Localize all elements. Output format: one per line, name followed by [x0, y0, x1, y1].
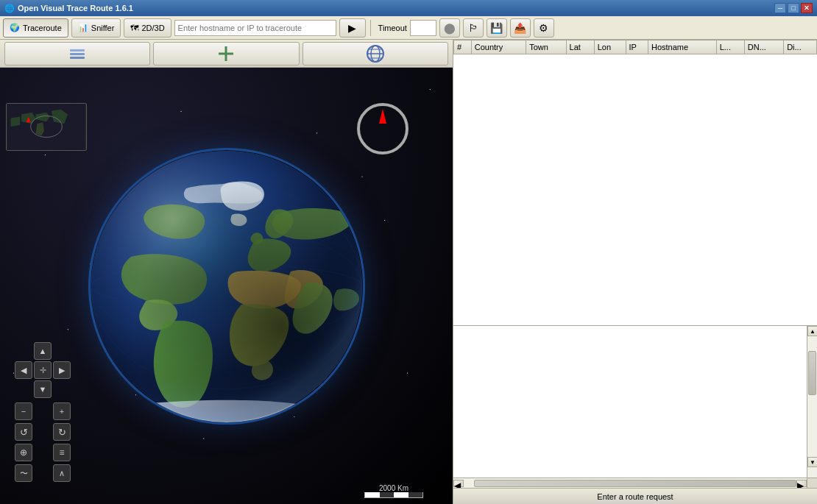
app-icon: 🌐 — [4, 3, 15, 13]
mini-map-inner — [7, 104, 86, 150]
2d3d-button[interactable]: 🗺 2D/3D — [124, 18, 171, 38]
restore-button[interactable]: □ — [788, 3, 799, 13]
h-scrollbar-thumb[interactable] — [474, 480, 796, 487]
minimize-button[interactable]: ─ — [774, 3, 786, 13]
col-header-8: DN... — [744, 40, 783, 54]
mini-map — [6, 103, 87, 151]
pan-center-button[interactable]: ✛ — [34, 361, 52, 379]
scroll-right-button[interactable]: ▶ — [796, 480, 807, 487]
globe-panel: ▲ ◀ ✛ ▶ ▼ − — [0, 40, 453, 504]
2d3d-icon: 🗺 — [130, 24, 138, 32]
compass — [357, 103, 408, 155]
stop-button[interactable]: ⬤ — [439, 18, 460, 38]
main-container: 🌍 Traceroute 📊 Sniffer 🗺 2D/3D ▶ Timeout… — [0, 16, 817, 504]
col-header-6: Hostname — [648, 40, 716, 54]
sniffer-button[interactable]: 📊 Sniffer — [71, 18, 121, 38]
timeout-input[interactable]: 0 — [410, 20, 436, 36]
scroll-left-button[interactable]: ◀ — [453, 480, 464, 487]
col-header-1: Country — [471, 40, 526, 54]
scale-bar: 2000 Km — [364, 484, 423, 498]
globe-area[interactable]: ▲ ◀ ✛ ▶ ▼ − — [0, 68, 453, 504]
col-header-3: Lat — [566, 40, 594, 54]
svg-point-20 — [91, 151, 362, 422]
scrollbar-corner — [807, 478, 817, 488]
nav-row-view1: ⊕ ≡ — [15, 444, 71, 461]
svg-rect-0 — [70, 57, 85, 59]
title-bar: 🌐 Open Visual Trace Route 1.6.1 ─ □ ✕ — [0, 0, 817, 16]
sniffer-icon: 📊 — [78, 23, 88, 32]
sniffer-label: Sniffer — [91, 24, 115, 32]
right-panel: #CountryTownLatLonIPHostnameL...DN...Di.… — [453, 40, 817, 504]
col-header-5: IP — [626, 40, 648, 54]
layers-icon — [67, 43, 88, 64]
save-button[interactable]: 💾 — [487, 18, 507, 38]
scale-line — [364, 492, 423, 498]
scroll-down-button[interactable]: ▼ — [807, 457, 817, 467]
export-button[interactable]: 📤 — [510, 18, 531, 38]
globe-icon — [365, 43, 386, 64]
add-icon — [216, 43, 236, 64]
scale-seg-2 — [380, 492, 395, 497]
globe-view-button[interactable] — [303, 42, 448, 65]
nav-row-view2: 〜 ∧ — [15, 464, 71, 482]
pan-up-button[interactable]: ▲ — [34, 342, 52, 360]
globe-svg — [91, 150, 363, 422]
traceroute-label: Traceroute — [23, 24, 62, 32]
rotate-cw-button[interactable]: ↻ — [53, 423, 71, 441]
status-bar: Enter a route request — [453, 488, 817, 504]
rotate-ccw-button[interactable]: ↺ — [15, 423, 32, 441]
col-header-7: L... — [716, 40, 744, 54]
window-title: Open Visual Trace Route 1.6.1 — [18, 4, 133, 13]
zoom-out-button[interactable]: − — [15, 402, 32, 420]
col-header-2: Town — [526, 40, 566, 54]
globe[interactable] — [91, 150, 363, 422]
traceroute-button[interactable]: 🌍 Traceroute — [3, 18, 68, 38]
list-view-button[interactable]: ≡ — [53, 444, 71, 461]
nav-row-down: ▼ — [15, 380, 71, 398]
terrain-high-button[interactable]: ∧ — [53, 464, 71, 482]
scrollbar-thumb[interactable] — [808, 351, 816, 395]
main-toolbar: 🌍 Traceroute 📊 Sniffer 🗺 2D/3D ▶ Timeout… — [0, 16, 817, 40]
pan-down-button[interactable]: ▼ — [34, 380, 52, 398]
2d3d-label: 2D/3D — [141, 24, 164, 32]
nav-row-up: ▲ — [15, 342, 71, 360]
chart-view-button[interactable]: ⊕ — [15, 444, 32, 461]
log-content[interactable] — [453, 326, 807, 478]
zoom-in-button[interactable]: + — [53, 402, 71, 420]
vertical-scrollbar[interactable]: ▲ ▼ — [807, 326, 817, 478]
sub-toolbar — [0, 40, 453, 68]
add-route-button[interactable] — [153, 42, 299, 65]
scroll-up-button[interactable]: ▲ — [807, 326, 817, 336]
compass-ring — [357, 103, 408, 155]
col-header-9: Di... — [784, 40, 817, 54]
horizontal-scrollbar[interactable]: ◀ ▶ — [453, 478, 807, 488]
route-table-area[interactable]: #CountryTownLatLonIPHostnameL...DN...Di.… — [453, 40, 817, 326]
hostname-input[interactable] — [174, 20, 336, 36]
scale-seg-1 — [365, 492, 380, 497]
start-button[interactable]: ▶ — [339, 18, 366, 38]
nav-row-rotate: ↺ ↻ — [15, 423, 71, 441]
svg-rect-10 — [7, 104, 86, 150]
settings-button[interactable]: ⚙ — [534, 18, 554, 38]
svg-rect-2 — [70, 49, 85, 52]
log-area: ▲ ▼ ◀ ▶ — [453, 326, 817, 488]
terrain-low-button[interactable]: 〜 — [15, 464, 32, 482]
scale-seg-3 — [394, 492, 408, 497]
pan-left-button[interactable]: ◀ — [15, 361, 32, 379]
scale-label: 2000 Km — [379, 484, 408, 492]
pan-right-button[interactable]: ▶ — [53, 361, 71, 379]
nav-row-zoom: − + — [15, 402, 71, 420]
navigation-controls: ▲ ◀ ✛ ▶ ▼ − — [15, 342, 71, 482]
traceroute-icon: 🌍 — [10, 23, 20, 32]
col-header-4: Lon — [594, 40, 626, 54]
content-area: ▲ ◀ ✛ ▶ ▼ − — [0, 40, 817, 504]
table-header-row: #CountryTownLatLonIPHostnameL...DN...Di.… — [454, 40, 817, 54]
layers-button[interactable] — [4, 42, 150, 65]
flag-button[interactable]: 🏳 — [463, 18, 484, 38]
close-button[interactable]: ✕ — [801, 3, 813, 13]
col-header-0: # — [454, 40, 472, 54]
compass-needle — [379, 109, 386, 124]
timeout-label: Timeout — [378, 24, 407, 32]
route-table: #CountryTownLatLonIPHostnameL...DN...Di.… — [453, 40, 817, 54]
scale-seg-4 — [408, 492, 423, 497]
